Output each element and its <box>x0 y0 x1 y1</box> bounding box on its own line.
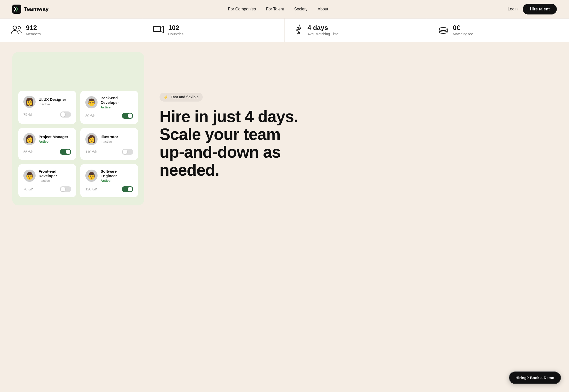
status-frontend: Inactive <box>39 179 71 183</box>
stat-matching: 4 days Avg. Matching Time <box>285 19 427 42</box>
matching-count: 4 days <box>308 24 339 31</box>
members-text: 912 Members <box>26 24 41 36</box>
avatar-software-engineer <box>85 170 98 182</box>
status-illustrator: Inactive <box>101 140 118 143</box>
stat-countries: 102 Countries <box>142 19 284 42</box>
svg-rect-3 <box>153 26 161 31</box>
role-software-engineer: Software Engineer <box>101 169 133 178</box>
nav-about[interactable]: About <box>318 7 328 11</box>
nav-for-talent[interactable]: For Talent <box>266 7 284 11</box>
toggle-illustrator[interactable] <box>122 149 133 155</box>
toggle-frontend[interactable] <box>60 186 71 192</box>
toggle-project-manager[interactable] <box>60 149 71 155</box>
fee-text: 0€ Matching fee <box>453 24 473 36</box>
role-project-manager: Project Manager <box>39 135 68 139</box>
rate-illustrator: 110 €/h <box>85 150 97 154</box>
hero-heading: Hire in just 4 days. Scale your team up-… <box>160 108 302 179</box>
brand-name: Teamway <box>24 6 49 12</box>
toggle-uiux[interactable] <box>60 111 71 118</box>
nav-society[interactable]: Society <box>294 7 307 11</box>
members-icon <box>10 24 22 36</box>
card-backend: Back-end Developer Active 80 €/h <box>80 91 138 124</box>
fee-icon <box>437 24 449 36</box>
lightning-icon: ⚡ <box>164 95 169 100</box>
cards-panel: UI/UX Designer Inactive 75 €/h Back-end … <box>12 52 144 205</box>
role-frontend: Front-end Developer <box>39 169 71 178</box>
card-illustrator: Illustrator Inactive 110 €/h <box>80 128 138 160</box>
countries-text: 102 Countries <box>168 24 183 36</box>
logo-icon <box>12 5 21 14</box>
status-project-manager: Active <box>39 140 68 143</box>
svg-point-6 <box>439 27 447 30</box>
fee-count: 0€ <box>453 24 473 31</box>
matching-icon <box>295 24 304 36</box>
rate-software-engineer: 120 €/h <box>85 187 97 191</box>
avatar-project-manager <box>23 133 36 145</box>
role-illustrator: Illustrator <box>101 135 118 139</box>
avatar-backend <box>85 96 98 108</box>
book-demo-button[interactable]: Hiring? Book a Demo <box>509 371 561 384</box>
stats-bar: 912 Members 102 Countries 4 days Avg. Ma… <box>0 18 569 42</box>
avatar-frontend <box>23 170 36 182</box>
logo-link[interactable]: Teamway <box>12 5 49 14</box>
badge-label: Fast and flexible <box>171 95 199 99</box>
matching-label: Avg. Matching Time <box>308 32 339 36</box>
role-backend: Back-end Developer <box>101 96 133 105</box>
members-label: Members <box>26 32 41 36</box>
toggle-software-engineer[interactable] <box>122 186 133 192</box>
toggle-backend[interactable] <box>122 113 133 119</box>
stat-members: 912 Members <box>0 19 142 42</box>
matching-text: 4 days Avg. Matching Time <box>308 24 339 36</box>
card-frontend: Front-end Developer Inactive 70 €/h <box>18 164 76 197</box>
role-uiux: UI/UX Designer <box>39 97 66 102</box>
rate-uiux: 75 €/h <box>23 112 33 117</box>
status-uiux: Inactive <box>39 102 66 106</box>
card-uiux-designer: UI/UX Designer Inactive 75 €/h <box>18 91 76 124</box>
navbar: Teamway For Companies For Talent Society… <box>0 0 569 18</box>
login-button[interactable]: Login <box>508 7 518 11</box>
countries-label: Countries <box>168 32 183 36</box>
status-backend: Active <box>101 105 133 109</box>
rate-backend: 80 €/h <box>85 114 95 118</box>
countries-count: 102 <box>168 24 183 31</box>
avatar-illustrator <box>85 133 98 145</box>
rate-project-manager: 55 €/h <box>23 150 33 154</box>
card-project-manager: Project Manager Active 55 €/h <box>18 128 76 160</box>
cards-grid: UI/UX Designer Inactive 75 €/h Back-end … <box>18 91 138 197</box>
members-count: 912 <box>26 24 41 31</box>
svg-point-2 <box>18 26 21 29</box>
hero-badge: ⚡ Fast and flexible <box>160 93 203 102</box>
nav-right: Login Hire talent <box>508 4 557 14</box>
status-software-engineer: Active <box>101 179 133 183</box>
rate-frontend: 70 €/h <box>23 187 33 191</box>
main-section: UI/UX Designer Inactive 75 €/h Back-end … <box>0 42 569 216</box>
countries-icon <box>152 24 165 36</box>
card-software-engineer: Software Engineer Active 120 €/h <box>80 164 138 197</box>
svg-point-1 <box>13 26 17 29</box>
hero-section: ⚡ Fast and flexible Hire in just 4 days.… <box>160 52 557 179</box>
fee-label: Matching fee <box>453 32 473 36</box>
nav-links: For Companies For Talent Society About <box>228 7 328 11</box>
nav-for-companies[interactable]: For Companies <box>228 7 256 11</box>
hire-talent-button[interactable]: Hire talent <box>523 4 557 14</box>
svg-rect-0 <box>12 5 21 14</box>
avatar-uiux <box>23 96 36 108</box>
stat-fee: 0€ Matching fee <box>427 19 569 42</box>
